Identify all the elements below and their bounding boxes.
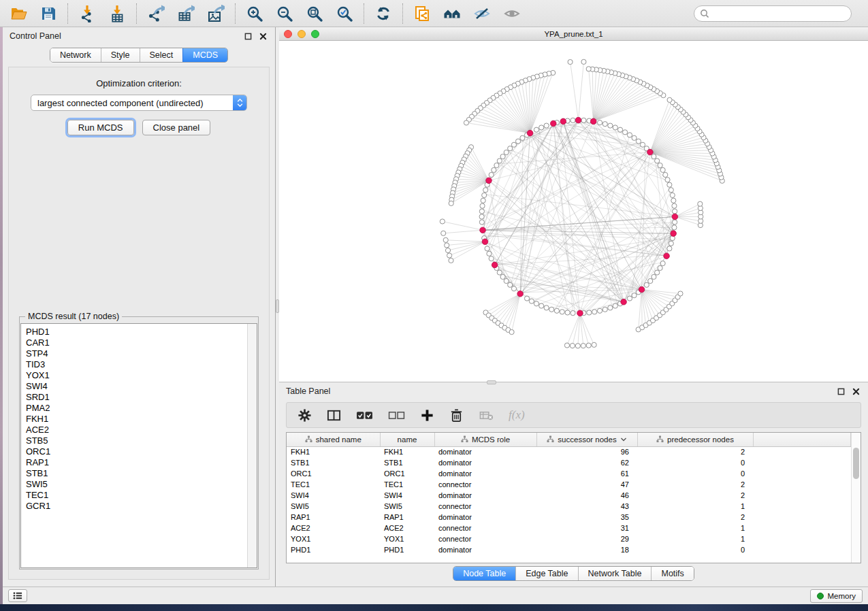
mcds-hub-node[interactable] xyxy=(517,291,524,297)
network-node[interactable] xyxy=(500,274,505,279)
cell-shared-name[interactable]: SWI5 xyxy=(287,501,380,512)
network-node[interactable] xyxy=(500,154,505,159)
cell-filler[interactable] xyxy=(753,468,851,479)
open-file-icon[interactable] xyxy=(8,3,29,24)
tab-mcds[interactable]: MCDS xyxy=(182,48,227,62)
cell-predecessors[interactable]: 0 xyxy=(637,544,753,555)
cell-name[interactable]: FKH1 xyxy=(380,446,434,457)
network-node[interactable] xyxy=(678,291,683,296)
network-node[interactable] xyxy=(447,253,452,258)
network-node[interactable] xyxy=(660,167,665,172)
hide-selected-icon[interactable] xyxy=(472,3,492,24)
network-node[interactable] xyxy=(570,118,575,122)
cell-successors[interactable]: 29 xyxy=(536,533,637,544)
network-node[interactable] xyxy=(671,198,676,203)
network-node[interactable] xyxy=(665,178,670,182)
network-node[interactable] xyxy=(508,146,513,151)
network-node[interactable] xyxy=(479,220,484,225)
refresh-view-icon[interactable] xyxy=(373,3,393,24)
cell-shared-name[interactable]: SWI4 xyxy=(287,490,380,501)
cell-successors[interactable]: 96 xyxy=(536,446,637,457)
column-header-successor-nodes[interactable]: successor nodes xyxy=(536,433,637,446)
network-node[interactable] xyxy=(524,296,529,301)
network-node[interactable] xyxy=(581,59,586,64)
window-minimize-icon[interactable] xyxy=(298,30,306,38)
mcds-result-item[interactable]: SWI5 xyxy=(26,479,257,490)
network-node[interactable] xyxy=(504,278,509,283)
network-node[interactable] xyxy=(640,142,645,147)
mcds-hub-node[interactable] xyxy=(486,178,492,184)
cell-name[interactable]: RAP1 xyxy=(380,512,434,523)
cell-successors[interactable]: 35 xyxy=(536,512,637,523)
network-node[interactable] xyxy=(602,307,607,312)
cell-successors[interactable]: 18 xyxy=(536,544,637,555)
cell-shared-name[interactable]: STB1 xyxy=(287,457,380,468)
network-node[interactable] xyxy=(508,282,513,287)
network-node[interactable] xyxy=(497,159,502,163)
cell-predecessors[interactable]: 1 xyxy=(637,501,753,512)
table-panel-close-icon[interactable] xyxy=(850,386,861,397)
show-all-icon[interactable] xyxy=(502,3,522,24)
network-node[interactable] xyxy=(698,201,703,206)
cell-filler[interactable] xyxy=(753,446,851,457)
cell-name[interactable]: YOX1 xyxy=(380,533,434,544)
task-history-button[interactable] xyxy=(8,589,27,602)
cell-filler[interactable] xyxy=(753,533,851,544)
network-node[interactable] xyxy=(481,198,485,203)
memory-button[interactable]: Memory xyxy=(810,589,863,603)
mcds-hub-node[interactable] xyxy=(672,214,678,220)
network-node[interactable] xyxy=(445,243,449,248)
network-node[interactable] xyxy=(636,139,641,144)
network-node[interactable] xyxy=(509,329,514,334)
table-panel-float-icon[interactable] xyxy=(835,386,846,397)
horizontal-splitter-grip[interactable] xyxy=(487,380,496,384)
network-node[interactable] xyxy=(644,282,649,287)
mcds-hub-node[interactable] xyxy=(590,118,596,125)
network-node[interactable] xyxy=(623,130,628,135)
mcds-result-item[interactable]: STP4 xyxy=(26,348,257,359)
network-node[interactable] xyxy=(672,203,677,208)
network-node[interactable] xyxy=(655,270,660,275)
cell-filler[interactable] xyxy=(753,544,851,555)
network-node[interactable] xyxy=(479,214,484,219)
network-node[interactable] xyxy=(529,299,534,303)
network-node[interactable] xyxy=(586,67,591,71)
export-image-icon[interactable] xyxy=(206,3,226,24)
cell-mcds-role[interactable]: dominator xyxy=(434,544,536,555)
import-network-icon[interactable] xyxy=(77,3,97,24)
zoom-selected-icon[interactable] xyxy=(334,3,355,24)
delete-table-icon[interactable] xyxy=(479,408,494,423)
mcds-result-item[interactable]: CAR1 xyxy=(26,337,257,348)
column-header-name[interactable]: name xyxy=(380,433,434,446)
network-node[interactable] xyxy=(489,256,494,261)
network-node[interactable] xyxy=(482,193,487,197)
network-node[interactable] xyxy=(617,127,622,132)
network-node[interactable] xyxy=(660,261,665,266)
cell-mcds-role[interactable]: connector xyxy=(434,533,536,544)
table-row[interactable]: SWI5SWI5connector431 xyxy=(287,501,851,512)
network-node[interactable] xyxy=(504,150,509,154)
network-node[interactable] xyxy=(480,203,485,208)
mcds-hub-node[interactable] xyxy=(482,239,488,245)
network-node[interactable] xyxy=(511,286,516,291)
network-node[interactable] xyxy=(613,125,617,130)
cell-name[interactable]: ACE2 xyxy=(380,523,434,533)
network-node[interactable] xyxy=(587,310,592,315)
network-node[interactable] xyxy=(539,303,544,308)
network-node[interactable] xyxy=(440,219,445,224)
column-header-mcds-role[interactable]: MCDS role xyxy=(434,433,536,446)
cell-predecessors[interactable]: 1 xyxy=(637,533,753,544)
mcds-result-list[interactable]: PHD1CAR1STP4TID3YOX1SWI4SRD1PMA2FKH1ACE2… xyxy=(20,323,257,568)
mcds-hub-node[interactable] xyxy=(621,299,627,305)
search-input[interactable] xyxy=(713,9,846,18)
network-node[interactable] xyxy=(581,118,586,122)
network-canvas[interactable] xyxy=(279,41,868,382)
network-node[interactable] xyxy=(667,246,672,251)
cell-shared-name[interactable]: RAP1 xyxy=(287,512,380,523)
network-node[interactable] xyxy=(570,343,575,348)
cell-predecessors[interactable]: 0 xyxy=(637,457,753,468)
network-node[interactable] xyxy=(667,182,672,187)
cell-shared-name[interactable]: ACE2 xyxy=(287,523,380,533)
export-network-icon[interactable] xyxy=(146,3,166,24)
cell-filler[interactable] xyxy=(753,512,851,523)
